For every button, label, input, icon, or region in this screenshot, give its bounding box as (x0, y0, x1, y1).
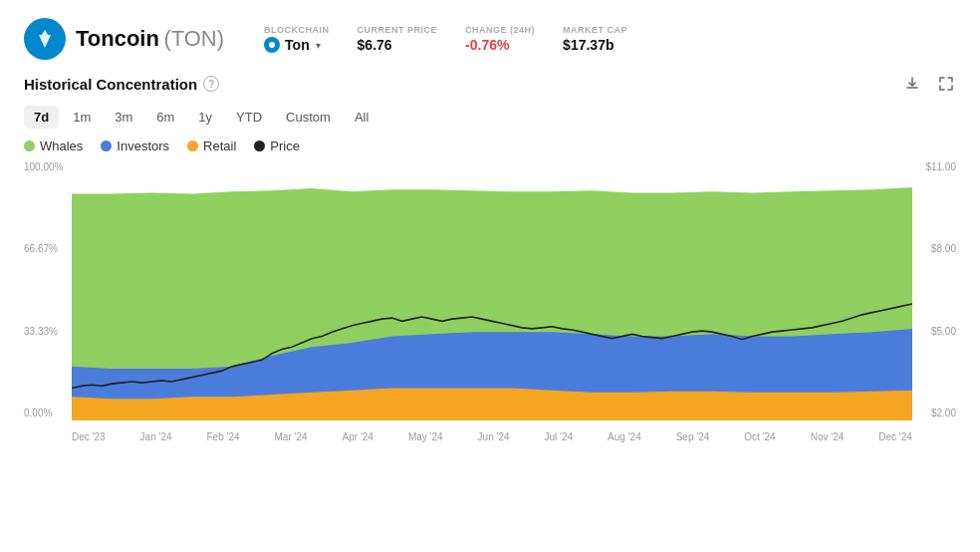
marketcap-label: MARKET CAP (563, 25, 627, 35)
legend-dot-investors (101, 140, 112, 151)
expand-button[interactable] (936, 74, 956, 94)
legend-dot-retail (187, 140, 198, 151)
y-axis-right-label: $5.00 (931, 326, 956, 337)
x-axis-label: Dec '24 (878, 431, 912, 442)
chart-legend: WhalesInvestorsRetailPrice (0, 137, 980, 161)
legend-dot-price (254, 140, 265, 151)
coin-identity: Toncoin (TON) (24, 18, 224, 60)
blockchain-dot (264, 37, 280, 53)
x-axis-label: Mar '24 (275, 431, 308, 442)
y-axis-right-label: $11.00 (925, 161, 956, 172)
filter-1m[interactable]: 1m (63, 106, 101, 129)
legend-label-price: Price (270, 138, 300, 153)
x-axis-label: Feb '24 (207, 431, 240, 442)
blockchain-selector[interactable]: Ton ▾ (264, 37, 330, 53)
chart-container: 100.00%66.67%33.33%0.00% $11.00$8.00$5.0… (0, 161, 980, 450)
download-button[interactable] (902, 74, 922, 94)
legend-item-whales: Whales (24, 138, 83, 153)
filter-6m[interactable]: 6m (146, 106, 184, 129)
coin-ticker: (TON) (163, 26, 224, 51)
coin-name: Toncoin (76, 26, 159, 51)
price-value: $6.76 (358, 37, 438, 53)
legend-label-retail: Retail (203, 138, 236, 153)
section-actions (902, 74, 956, 94)
blockchain-label: BLOCKCHAIN (264, 25, 330, 35)
x-axis-label: Jul '24 (545, 431, 574, 442)
help-icon[interactable]: ? (203, 76, 219, 92)
change-label: CHANGE (24H) (465, 25, 535, 35)
blockchain-stat: BLOCKCHAIN Ton ▾ (264, 25, 330, 53)
y-axis-left-label: 100.00% (24, 161, 63, 172)
x-axis-label: Aug '24 (608, 431, 641, 442)
coin-name-group: Toncoin (TON) (76, 26, 224, 52)
y-axis-left: 100.00%66.67%33.33%0.00% (24, 161, 74, 420)
section-title-group: Historical Concentration ? (24, 76, 219, 93)
x-axis-label: Sep '24 (676, 431, 710, 442)
chevron-down-icon: ▾ (316, 40, 321, 51)
section-title-bar: Historical Concentration ? (0, 70, 980, 102)
blockchain-dot-inner (269, 42, 275, 48)
y-axis-right: $11.00$8.00$5.00$2.00 (910, 161, 956, 420)
filter-3m[interactable]: 3m (105, 106, 142, 129)
x-axis-label: Jun '24 (478, 431, 510, 442)
legend-item-price: Price (254, 138, 300, 153)
filter-custom[interactable]: Custom (276, 106, 341, 129)
coin-stats: BLOCKCHAIN Ton ▾ CURRENT PRICE $6.76 CHA… (264, 25, 627, 53)
chart-svg (72, 161, 912, 420)
x-axis-label: May '24 (408, 431, 443, 442)
marketcap-stat: MARKET CAP $17.37b (563, 25, 627, 53)
legend-label-investors: Investors (117, 138, 169, 153)
y-axis-right-label: $2.00 (931, 408, 956, 418)
marketcap-value: $17.37b (563, 37, 627, 53)
coin-logo (24, 18, 66, 60)
filter-all[interactable]: All (345, 106, 378, 129)
chart-area: 100.00%66.67%33.33%0.00% $11.00$8.00$5.0… (24, 161, 956, 450)
legend-label-whales: Whales (40, 138, 83, 153)
page-header: Toncoin (TON) BLOCKCHAIN Ton ▾ CURRENT P… (0, 0, 980, 70)
x-axis-label: Apr '24 (343, 431, 373, 442)
filter-ytd[interactable]: YTD (226, 106, 272, 129)
x-axis-label: Dec '23 (72, 431, 106, 442)
legend-item-retail: Retail (187, 138, 236, 153)
filter-7d[interactable]: 7d (24, 106, 59, 129)
y-axis-right-label: $8.00 (931, 243, 956, 254)
filter-1y[interactable]: 1y (188, 106, 222, 129)
change-stat: CHANGE (24H) -0.76% (465, 25, 535, 53)
y-axis-left-label: 66.67% (24, 243, 58, 254)
legend-dot-whales (24, 140, 35, 151)
time-filters: 7d1m3m6m1yYTDCustomAll (0, 102, 980, 137)
price-stat: CURRENT PRICE $6.76 (358, 25, 438, 53)
section-title-text: Historical Concentration (24, 76, 197, 93)
x-axis: Dec '23Jan '24Feb '24Mar '24Apr '24May '… (72, 422, 912, 450)
y-axis-left-label: 33.33% (24, 326, 58, 337)
price-label: CURRENT PRICE (358, 25, 438, 35)
y-axis-left-label: 0.00% (24, 408, 52, 418)
change-value: -0.76% (465, 37, 535, 53)
x-axis-label: Nov '24 (811, 431, 845, 442)
x-axis-label: Oct '24 (744, 431, 775, 442)
blockchain-name: Ton (285, 37, 310, 53)
x-axis-label: Jan '24 (140, 431, 172, 442)
legend-item-investors: Investors (101, 138, 169, 153)
